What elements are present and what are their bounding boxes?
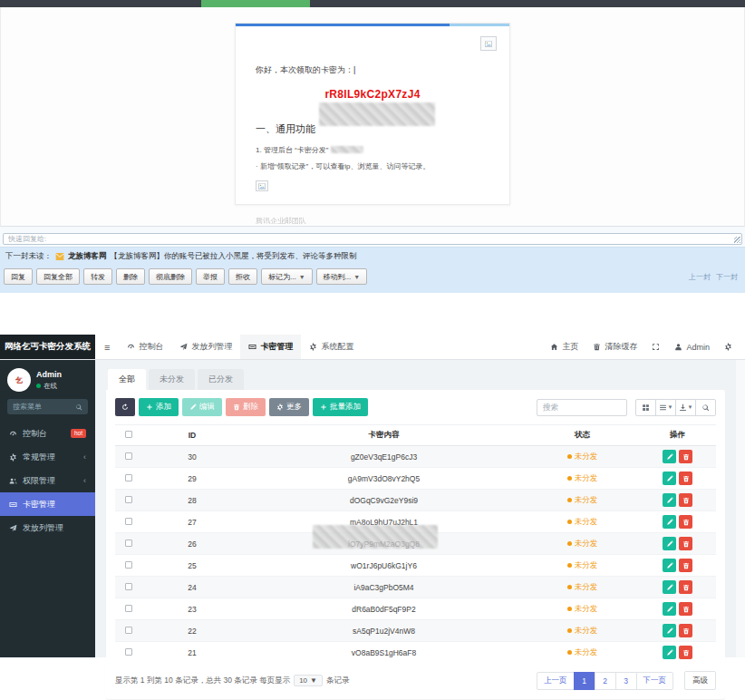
brand-title[interactable]: 网络乞丐卡密分发系统	[0, 335, 95, 359]
delete-button[interactable]: 删除	[116, 268, 145, 285]
row-delete-button[interactable]	[679, 602, 692, 616]
table-row[interactable]: 22sA5qP1u2jV4nW8 未分发	[115, 620, 716, 642]
pagination-next[interactable]: 下一页	[636, 672, 674, 690]
row-checkbox[interactable]	[125, 561, 132, 569]
reply-button[interactable]: 回复	[4, 268, 33, 285]
add-button[interactable]: 添加	[139, 398, 179, 416]
row-edit-button[interactable]	[663, 646, 676, 659]
row-edit-button[interactable]	[663, 559, 676, 572]
row-edit-button[interactable]	[663, 624, 676, 637]
delete-button[interactable]: 删除	[226, 398, 266, 416]
table-row[interactable]: 30gZ0eV3qE1gP6cJ3 未分发	[115, 446, 716, 468]
row-edit-button[interactable]	[663, 580, 676, 594]
reply-all-button[interactable]: 回复全部	[36, 268, 80, 285]
prev-mail-link[interactable]: 上一封	[689, 272, 711, 282]
row-edit-button[interactable]	[663, 493, 676, 507]
table-row[interactable]: 28dOGqC9vG2eY9si9 未分发	[115, 490, 716, 511]
next-unread-sender[interactable]: 龙族博客网	[68, 251, 107, 262]
nav-item-system-config[interactable]: 系统配置	[301, 335, 362, 359]
row-edit-button[interactable]	[663, 537, 676, 550]
sidebar-item-card-keys[interactable]: 卡密管理	[0, 492, 95, 516]
col-header-id[interactable]: ID	[142, 425, 242, 446]
resize-grip-icon[interactable]	[734, 237, 740, 243]
pagination-prev[interactable]: 上一页	[537, 672, 575, 690]
gauge-icon	[9, 430, 17, 438]
pagination-page-3[interactable]: 3	[615, 672, 637, 690]
table-row[interactable]: 29gA9mV3dO8vY2hQ5 未分发	[115, 468, 716, 490]
row-delete-button[interactable]	[679, 580, 692, 594]
edit-button[interactable]: 编辑	[182, 398, 222, 416]
pagination-page-2[interactable]: 2	[595, 672, 616, 690]
sidebar-toggle-icon[interactable]: ≡	[95, 335, 119, 359]
row-delete-button[interactable]	[679, 515, 692, 529]
table-row[interactable]: 23dR6aB0dF5qF9P2 未分发	[115, 598, 716, 620]
columns-dropdown-button[interactable]: ▼	[655, 399, 676, 416]
fullscreen-button[interactable]	[644, 335, 667, 359]
row-delete-button[interactable]	[679, 450, 692, 463]
next-unread-subject[interactable]: 【龙族博客网】你的账号已被拉入小黑屋，将受到发布、评论等多种限制	[111, 251, 357, 262]
row-delete-button[interactable]	[679, 537, 692, 550]
tab-all[interactable]: 全部	[108, 369, 146, 390]
mark-as-dropdown[interactable]: 标记为...▼	[261, 268, 313, 285]
table-row[interactable]: 25wO1rJ6pU6kG1jY6 未分发	[115, 555, 716, 577]
col-header-content[interactable]: 卡密内容	[242, 425, 526, 446]
refresh-button[interactable]	[115, 398, 135, 416]
row-checkbox[interactable]	[125, 540, 132, 547]
table-row[interactable]: 24iA9aC3gPbO5M4 未分发	[115, 577, 716, 598]
table-search-input[interactable]	[537, 399, 627, 416]
row-checkbox[interactable]	[125, 518, 132, 525]
delete-forever-button[interactable]: 彻底删除	[149, 268, 192, 285]
nav-item-card-keys[interactable]: 卡密管理	[240, 335, 301, 359]
row-checkbox[interactable]	[125, 496, 132, 503]
row-edit-button[interactable]	[663, 515, 676, 529]
row-checkbox[interactable]	[125, 605, 132, 612]
nav-item-dashboard[interactable]: 控制台	[119, 335, 171, 359]
reject-button[interactable]: 拒收	[228, 268, 257, 285]
search-button[interactable]	[695, 399, 716, 416]
next-mail-link[interactable]: 下一封	[716, 272, 738, 282]
export-dropdown-button[interactable]: ▼	[675, 399, 696, 416]
tab-distributed[interactable]: 已分发	[198, 369, 244, 390]
row-edit-button[interactable]	[663, 450, 676, 463]
row-delete-button[interactable]	[679, 493, 692, 507]
row-checkbox[interactable]	[125, 627, 132, 634]
sidebar-search-input[interactable]	[13, 403, 75, 411]
status-badge: 未分发	[567, 517, 598, 528]
sidebar-item-permissions[interactable]: 权限管理 ‹	[0, 469, 95, 492]
row-checkbox[interactable]	[125, 648, 132, 656]
pagination-page-1[interactable]: 1	[574, 672, 595, 690]
toggle-view-button[interactable]	[635, 399, 656, 416]
row-delete-button[interactable]	[679, 646, 692, 659]
select-all-checkbox[interactable]	[125, 431, 132, 438]
sidebar-item-dashboard[interactable]: 控制台 hot	[0, 422, 95, 445]
advanced-search-button[interactable]: 高级	[684, 671, 716, 690]
move-to-dropdown[interactable]: 移动到...▼	[316, 268, 368, 285]
row-checkbox[interactable]	[125, 474, 132, 481]
forward-button[interactable]: 转发	[83, 268, 112, 285]
sidebar-item-distribution[interactable]: 发放列管理	[0, 516, 95, 540]
table-row[interactable]: 21vO8aB9S1gH6aF8 未分发	[115, 642, 716, 664]
nav-user-menu[interactable]: Admin	[667, 335, 717, 359]
page-size-dropdown[interactable]: 10▼	[294, 675, 323, 686]
batch-add-button[interactable]: 批量添加	[313, 398, 368, 416]
row-delete-button[interactable]	[679, 472, 692, 485]
nav-home-link[interactable]: 主页	[543, 335, 585, 359]
nav-settings-button[interactable]	[717, 335, 740, 359]
row-edit-button[interactable]	[663, 602, 676, 616]
row-edit-button[interactable]	[663, 472, 676, 485]
col-header-status[interactable]: 状态	[526, 425, 639, 446]
row-delete-button[interactable]	[679, 559, 692, 572]
nav-item-distribution[interactable]: 发放列管理	[171, 335, 240, 359]
caret-down-icon: ▼	[668, 404, 673, 410]
row-checkbox[interactable]	[125, 452, 132, 460]
quick-reply-input[interactable]	[3, 233, 742, 245]
trash-icon	[593, 343, 601, 351]
plus-icon	[320, 403, 327, 411]
tab-undistributed[interactable]: 未分发	[149, 369, 195, 390]
more-button[interactable]: 更多	[269, 398, 309, 416]
row-delete-button[interactable]	[679, 624, 692, 637]
report-button[interactable]: 举报	[196, 268, 225, 285]
nav-clear-cache-link[interactable]: 清除缓存	[585, 335, 644, 359]
sidebar-item-general[interactable]: 常规管理 ‹	[0, 445, 95, 469]
row-checkbox[interactable]	[125, 583, 132, 590]
